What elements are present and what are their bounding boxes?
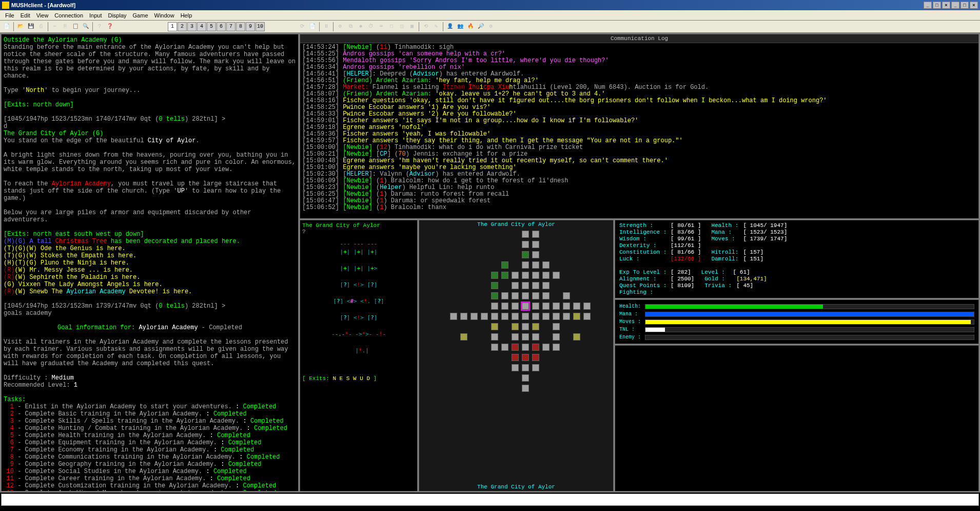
map-room[interactable] (553, 333, 560, 340)
menu-window[interactable]: Window (151, 11, 178, 20)
group-icon[interactable]: 👥 (456, 22, 465, 31)
map-room[interactable] (553, 323, 560, 330)
save-icon[interactable]: 💾 (26, 22, 35, 31)
search-icon[interactable]: 🔎 (476, 22, 485, 31)
map-room[interactable] (542, 292, 550, 299)
child-maximize-button[interactable]: □ (961, 2, 969, 9)
map-room[interactable] (512, 272, 519, 279)
map-room[interactable] (491, 333, 498, 340)
map-room[interactable] (553, 272, 560, 279)
map-room[interactable] (512, 302, 519, 310)
variables-icon[interactable]: □ (387, 22, 396, 31)
world-tab-8[interactable]: 8 (236, 22, 245, 31)
world-tab-6[interactable]: 6 (217, 22, 226, 31)
help-icon[interactable]: ? (95, 22, 104, 31)
map-room[interactable] (491, 302, 498, 310)
new-icon[interactable]: 📄 (2, 22, 11, 31)
scripts-icon[interactable]: ◫ (397, 22, 406, 31)
whatsthis-icon[interactable]: ❓ (105, 22, 114, 31)
map-room[interactable] (522, 282, 529, 289)
child-close-button[interactable]: × (970, 2, 978, 9)
map-room[interactable] (481, 313, 488, 320)
map-room[interactable] (532, 313, 539, 320)
world-tab-1[interactable]: 1 (168, 22, 177, 31)
map-room[interactable] (512, 333, 519, 340)
map-room[interactable] (532, 292, 539, 299)
map-room[interactable] (522, 261, 529, 269)
map-room[interactable] (501, 313, 508, 320)
menu-display[interactable]: Display (105, 11, 129, 20)
map-room[interactable] (542, 313, 550, 320)
connect-icon[interactable]: ⟳ (298, 22, 307, 31)
map-room[interactable] (522, 333, 529, 340)
map-room[interactable] (512, 364, 519, 371)
map-room[interactable] (522, 374, 529, 382)
map-room[interactable] (471, 313, 478, 320)
map-room[interactable] (583, 313, 591, 320)
paste-icon[interactable]: 📋 (71, 22, 80, 31)
fire-icon[interactable]: 🔥 (466, 22, 475, 31)
map-room[interactable] (532, 354, 539, 361)
timers-icon[interactable]: ⏱ (366, 22, 376, 31)
map-room[interactable] (532, 302, 539, 310)
child-minimize-button[interactable]: _ (951, 2, 959, 9)
command-input[interactable] (2, 494, 978, 505)
edit-icon[interactable]: ✎ (432, 22, 441, 31)
map-room[interactable] (522, 292, 529, 299)
communication-log[interactable]: Communication Log [14:53:24] [Newbie] (1… (300, 34, 979, 219)
graphic-map[interactable]: The Grand City of Aylor The Grand City o… (419, 220, 614, 491)
world-tab-7[interactable]: 7 (226, 22, 236, 31)
map-room[interactable] (563, 313, 570, 320)
map-room[interactable] (512, 354, 519, 361)
map-room[interactable] (532, 333, 539, 340)
menu-input[interactable]: Input (86, 11, 105, 20)
print-icon[interactable]: ⎙ (36, 22, 46, 31)
map-room[interactable] (542, 282, 550, 289)
map-room[interactable] (553, 344, 560, 351)
map-room[interactable] (522, 231, 529, 238)
map-room[interactable] (491, 282, 498, 289)
world-config-icon[interactable]: ⚙ (336, 22, 345, 31)
copy-icon[interactable]: ⎘ (61, 22, 70, 31)
map-room[interactable] (522, 323, 529, 330)
map-room[interactable] (542, 261, 550, 269)
map-room[interactable] (583, 302, 591, 310)
map-room[interactable] (573, 313, 580, 320)
map-room[interactable] (491, 313, 498, 320)
map-room[interactable] (542, 302, 550, 310)
map-room[interactable] (532, 251, 539, 258)
open-icon[interactable]: 📂 (16, 22, 25, 31)
map-room[interactable] (501, 292, 508, 299)
map-room[interactable] (542, 344, 550, 351)
map-room[interactable] (501, 272, 508, 279)
macros-icon[interactable]: ⌨ (377, 22, 386, 31)
map-room[interactable] (501, 302, 508, 310)
menu-connection[interactable]: Connection (51, 11, 86, 20)
maximize-button[interactable]: □ (933, 2, 941, 9)
map-room[interactable] (563, 302, 570, 310)
map-room[interactable] (532, 323, 539, 330)
map-room[interactable] (532, 282, 539, 289)
minimize-button[interactable]: _ (924, 2, 932, 9)
map-room[interactable] (532, 231, 539, 238)
map-room[interactable] (553, 313, 560, 320)
map-room[interactable] (532, 344, 539, 351)
map-room[interactable] (491, 344, 498, 351)
map-room[interactable] (522, 344, 529, 351)
world-tab-10[interactable]: 10 (256, 22, 265, 31)
map-room[interactable] (501, 261, 508, 269)
world-tab-5[interactable]: 5 (207, 22, 216, 31)
map-room[interactable] (491, 292, 498, 299)
doc-icon[interactable]: 📄 (308, 22, 317, 31)
world-tab-3[interactable]: 3 (187, 22, 197, 31)
world-tab-2[interactable]: 2 (178, 22, 187, 31)
map-room[interactable] (532, 272, 539, 279)
reload-icon[interactable]: ⟲ (421, 22, 430, 31)
map-room[interactable] (512, 282, 519, 289)
map-room[interactable] (512, 313, 519, 320)
map-room[interactable] (573, 333, 580, 340)
map-room[interactable] (522, 385, 529, 392)
map-room[interactable] (553, 302, 560, 310)
menu-view[interactable]: View (33, 11, 52, 20)
person-icon[interactable]: 👤 (445, 22, 455, 31)
